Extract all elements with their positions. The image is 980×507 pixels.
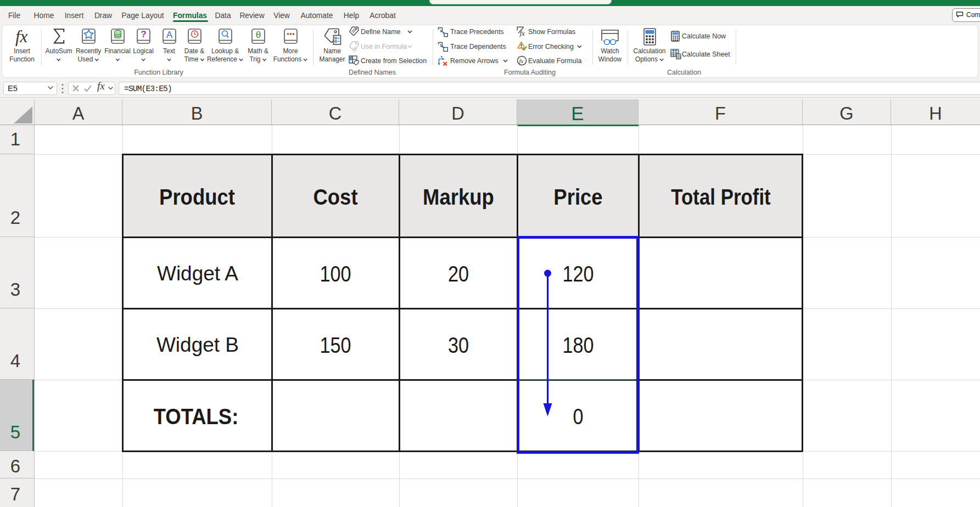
svg-text:?: ? [141, 29, 146, 40]
svg-text:fx: fx [520, 29, 525, 37]
svg-text:A: A [166, 30, 173, 40]
svg-text:θ: θ [256, 30, 261, 40]
svg-text:fx: fx [354, 46, 358, 52]
svg-text:fx: fx [519, 58, 524, 64]
